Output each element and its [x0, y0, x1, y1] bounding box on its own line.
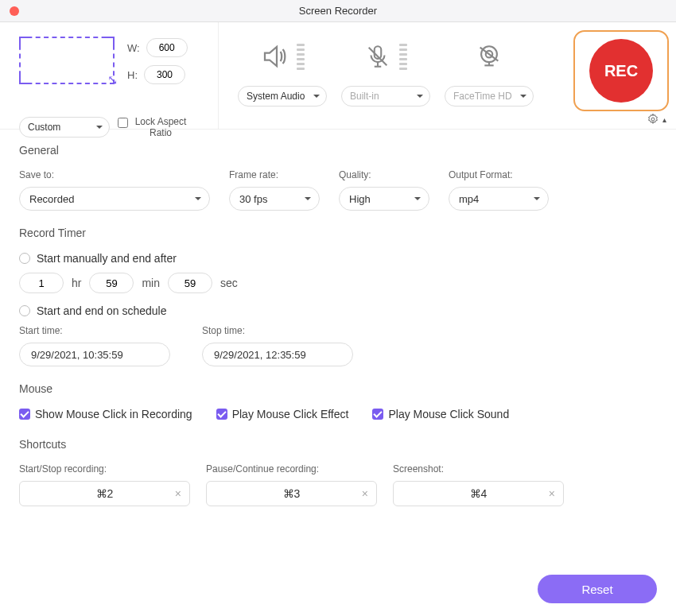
- camera-disabled-icon: [476, 38, 503, 75]
- window-title: Screen Recorder: [0, 5, 676, 17]
- chevron-up-icon: ▴: [662, 115, 666, 124]
- height-label: H:: [127, 69, 138, 81]
- stop-time-input[interactable]: 9/29/2021, 12:35:59: [202, 343, 353, 366]
- frame-rate-label: Frame rate:: [229, 169, 320, 180]
- output-format-dropdown[interactable]: mp4: [449, 187, 549, 211]
- stop-time-label: Stop time:: [202, 325, 353, 336]
- screenshot-shortcut-label: Screenshot:: [393, 463, 564, 475]
- record-panel: REC ▴: [566, 22, 676, 129]
- show-mouse-click-checkbox[interactable]: Show Mouse Click in Recording: [19, 408, 192, 420]
- play-click-sound-checkbox[interactable]: Play Mouse Click Sound: [372, 408, 509, 420]
- close-window-button[interactable]: [10, 6, 19, 16]
- svg-point-5: [651, 118, 655, 121]
- start-time-label: Start time:: [19, 325, 170, 336]
- audio-source-dropdown[interactable]: System Audio: [238, 86, 327, 107]
- start-time-input[interactable]: 9/29/2021, 10:35:59: [19, 343, 170, 366]
- general-section-title: General: [19, 144, 657, 157]
- check-icon: [19, 409, 30, 420]
- screenshot-shortcut-input[interactable]: ⌘4 ×: [393, 481, 564, 506]
- pause-shortcut-label: Pause/Continue recording:: [206, 463, 377, 475]
- region-preview[interactable]: ⤡: [19, 37, 115, 84]
- height-input[interactable]: [144, 65, 185, 84]
- manual-end-radio[interactable]: Start manually and end after: [19, 252, 657, 265]
- mic-source-dropdown[interactable]: Built-in: [341, 86, 430, 107]
- camera-source-dropdown[interactable]: FaceTime HD: [445, 86, 534, 107]
- start-stop-shortcut-input[interactable]: ⌘2 ×: [19, 481, 190, 506]
- reset-button[interactable]: Reset: [538, 575, 657, 603]
- output-format-label: Output Format:: [449, 169, 549, 180]
- record-button[interactable]: REC: [589, 39, 653, 103]
- lock-aspect-input[interactable]: [118, 118, 128, 128]
- rec-frame: REC: [573, 30, 669, 111]
- radio-icon: [19, 305, 30, 316]
- quality-dropdown[interactable]: High: [339, 187, 429, 211]
- hours-input[interactable]: [19, 273, 64, 293]
- save-to-dropdown[interactable]: Recorded: [19, 187, 210, 211]
- width-input[interactable]: [146, 38, 188, 57]
- toolbar: ⤡ W: H: Custom Lock Aspect Ratio: [0, 22, 676, 130]
- schedule-radio[interactable]: Start and end on schedule: [19, 304, 657, 317]
- sources-panel: System Audio Built-in FaceTime HD: [219, 22, 566, 129]
- titlebar: Screen Recorder: [0, 0, 676, 22]
- check-icon: [372, 409, 383, 420]
- clear-shortcut-icon[interactable]: ×: [362, 487, 368, 500]
- mouse-section-title: Mouse: [19, 382, 657, 395]
- speaker-icon: [260, 38, 305, 75]
- check-icon: [216, 409, 227, 420]
- clear-shortcut-icon[interactable]: ×: [175, 487, 181, 500]
- timer-section-title: Record Timer: [19, 227, 657, 239]
- microphone-disabled-icon: [364, 38, 407, 75]
- quality-label: Quality:: [339, 169, 429, 180]
- region-panel: ⤡ W: H: Custom Lock Aspect Ratio: [0, 22, 219, 129]
- settings-toggle[interactable]: ▴: [647, 113, 666, 126]
- pause-shortcut-input[interactable]: ⌘3 ×: [206, 481, 377, 506]
- clear-shortcut-icon[interactable]: ×: [549, 487, 555, 500]
- seconds-input[interactable]: [168, 273, 212, 293]
- start-stop-shortcut-label: Start/Stop recording:: [19, 463, 190, 475]
- minutes-input[interactable]: [89, 273, 134, 293]
- frame-rate-dropdown[interactable]: 30 fps: [229, 187, 320, 211]
- settings-panel: General Save to: Recorded Frame rate: 30…: [0, 130, 676, 616]
- width-label: W:: [127, 42, 140, 54]
- radio-icon: [19, 253, 30, 264]
- gear-icon: [647, 113, 659, 126]
- play-click-effect-checkbox[interactable]: Play Mouse Click Effect: [216, 408, 349, 420]
- shortcuts-section-title: Shortcuts: [19, 438, 657, 451]
- save-to-label: Save to:: [19, 169, 210, 180]
